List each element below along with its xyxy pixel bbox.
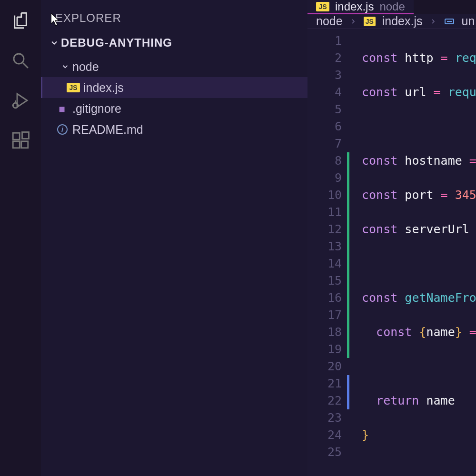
explorer-title: EXPLORER (41, 0, 307, 30)
svg-rect-8 (21, 141, 28, 148)
activity-bar (0, 0, 41, 476)
git-file-icon: ◆ (55, 103, 69, 114)
workspace-header[interactable]: DEBUG-ANYTHING (41, 30, 307, 56)
editor-pane: JS index.js node node JS index.js un 1 2… (307, 0, 476, 476)
file-tree: node JS index.js ◆ .gitignore i README.m… (41, 56, 307, 140)
tab-filename: index.js (335, 0, 374, 13)
svg-rect-7 (13, 141, 20, 148)
git-added-marker (347, 152, 349, 358)
js-file-icon: JS (66, 83, 80, 92)
chevron-right-icon (349, 14, 357, 28)
chevron-right-icon (429, 14, 437, 28)
svg-point-0 (14, 54, 24, 64)
run-debug-icon[interactable] (10, 90, 30, 110)
explorer-sidebar: EXPLORER DEBUG-ANYTHING node JS index.js… (41, 0, 307, 476)
folder-label: node (72, 60, 99, 74)
tab-bar: JS index.js node (307, 0, 476, 14)
code-area[interactable]: 1 2 3 4 5 6 7 8 9 10 11 12 13 14 15 16 1… (307, 29, 476, 476)
breadcrumb-symbol: un (462, 14, 475, 28)
explorer-icon[interactable] (10, 10, 30, 30)
folder-node[interactable]: node (41, 56, 307, 77)
js-file-icon: JS (316, 2, 329, 11)
file-gitignore[interactable]: ◆ .gitignore (41, 98, 307, 119)
symbol-variable-icon (444, 16, 455, 27)
code-content[interactable]: const http = req const url = requ const … (350, 29, 476, 476)
tab-index-js[interactable]: JS index.js node (307, 0, 414, 14)
breadcrumb-file: index.js (382, 14, 423, 28)
line-gutter: 1 2 3 4 5 6 7 8 9 10 11 12 13 14 15 16 1… (307, 29, 350, 476)
search-icon[interactable] (10, 50, 30, 70)
svg-line-1 (23, 63, 28, 68)
file-readme[interactable]: i README.md (41, 119, 307, 140)
js-file-icon: JS (364, 17, 376, 26)
extensions-icon[interactable] (10, 130, 30, 150)
file-label: index.js (83, 81, 124, 95)
workspace-name: DEBUG-ANYTHING (61, 36, 172, 50)
info-file-icon: i (55, 124, 69, 135)
git-modified-marker (347, 375, 349, 409)
chevron-down-icon (58, 62, 72, 71)
file-label: README.md (72, 123, 143, 137)
chevron-down-icon (48, 38, 61, 48)
breadcrumb-node: node (316, 14, 343, 28)
file-index-js[interactable]: JS index.js (41, 77, 307, 98)
breadcrumb[interactable]: node JS index.js un (307, 14, 476, 29)
svg-rect-6 (13, 133, 20, 139)
file-label: .gitignore (72, 102, 121, 116)
svg-rect-9 (22, 132, 29, 139)
tab-dir: node (379, 0, 405, 13)
